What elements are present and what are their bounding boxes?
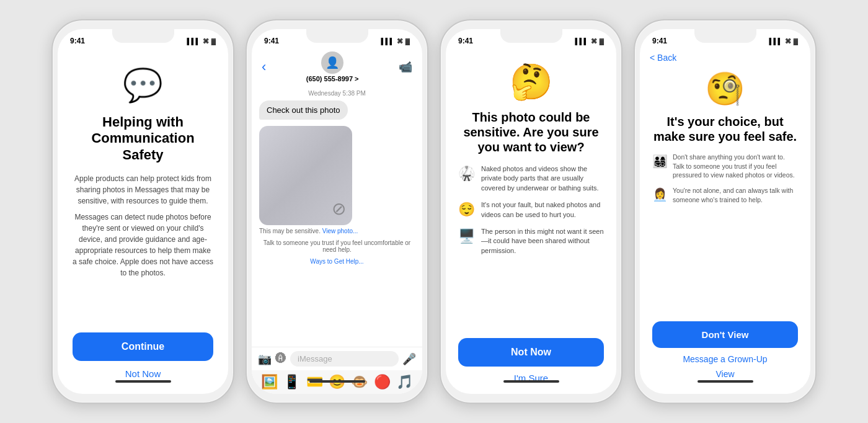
fault-icon: 😌 (458, 202, 475, 218)
phone-1-screen: 9:41 ▌▌▌ ⌘ ▓ 💬 Helping with Communicatio… (58, 29, 228, 394)
back-button-2[interactable]: ‹ (262, 59, 266, 75)
phones-container: 9:41 ▌▌▌ ⌘ ▓ 💬 Helping with Communicatio… (39, 7, 829, 416)
wifi-icon: ⌘ (203, 38, 209, 45)
message-date: Wednesday 5:38 PM (252, 90, 422, 97)
audio-icon[interactable]: 🎤 (402, 352, 416, 366)
phone4-content: 🧐 It's your choice, but make sure you fe… (640, 65, 810, 394)
phone3-item-3: 🖥️ The person in this might not want it … (458, 227, 604, 256)
phone3-item-text-3: The person in this might not want it see… (481, 227, 604, 256)
dont-view-button[interactable]: Don't View (652, 321, 798, 348)
notch-3 (500, 29, 562, 43)
status-icons-4: ▌▌▌ ⌘ ▓ (769, 38, 798, 45)
phone1-body1: Apple products can help protect kids fro… (73, 173, 213, 207)
phone1-title: Helping with Communication Safety (73, 114, 213, 163)
mute-button (51, 76, 53, 94)
photos-icon[interactable]: 🖼️ (261, 374, 278, 390)
notch-2 (306, 29, 368, 43)
power-button-3 (621, 89, 622, 129)
volume-down-button-4 (634, 135, 635, 166)
ways-to-help-link[interactable]: Ways to Get Help... (259, 258, 415, 265)
phone1-body2: Messages can detect nude photos before t… (73, 212, 213, 278)
home-indicator-4 (698, 380, 753, 383)
video-call-button[interactable]: 📹 (399, 60, 412, 74)
power-button-2 (427, 89, 428, 129)
phone3-item-2: 😌 It's not your fault, but naked photos … (458, 200, 604, 220)
blurred-photo (259, 126, 352, 225)
volume-down-button-2 (246, 135, 247, 166)
messages-area: Check out this photo This may be sensiti… (252, 100, 422, 347)
continue-button[interactable]: Continue (73, 332, 213, 361)
phone-3: 9:41 ▌▌▌ ⌘ ▓ 🤔 This photo could be sensi… (440, 19, 622, 404)
view-button[interactable]: View (652, 369, 798, 379)
counselor-icon: 👩‍💼 (652, 187, 668, 202)
mute-button-3 (440, 76, 441, 94)
signal-icon-2: ▌▌▌ (381, 38, 394, 45)
notch-4 (694, 29, 756, 43)
status-icons-1: ▌▌▌ ⌘ ▓ (187, 38, 216, 45)
battery-icon-4: ▓ (794, 38, 798, 45)
volume-up-button-2 (246, 101, 247, 132)
contact-avatar: 👤 (321, 51, 343, 74)
phone1-content: 💬 Helping with Communication Safety Appl… (58, 49, 228, 394)
phone3-item-1: 🥋 Naked photos and videos show the priva… (458, 164, 604, 193)
thinking-emoji: 🤔 (510, 61, 553, 102)
input-bar: 📷 🅐 iMessage 🎤 (252, 347, 422, 370)
contact-name: (650) 555-8997 > (306, 75, 359, 82)
power-button (233, 89, 234, 129)
time-4: 9:41 (652, 37, 667, 45)
message-grownup-button[interactable]: Message a Grown-Up (652, 354, 798, 364)
phone3-content: 🤔 This photo could be sensitive. Are you… (446, 49, 616, 394)
phone3-buttons: Not Now I'm Sure (458, 338, 604, 384)
time-3: 9:41 (458, 37, 473, 45)
underwear-icon: 🥋 (458, 166, 475, 182)
power-button-4 (815, 89, 817, 129)
mute-button-4 (634, 76, 635, 94)
phone-2-screen: 9:41 ▌▌▌ ⌘ ▓ ‹ 👤 (650) 555-8997 > 📹 Wedn… (252, 29, 422, 394)
input-placeholder: iMessage (298, 354, 332, 363)
signal-icon-3: ▌▌▌ (575, 38, 588, 45)
phone3-title: This photo could be sensitive. Are you s… (458, 110, 604, 154)
phone4-items: 👨‍👩‍👧‍👦 Don't share anything you don't w… (652, 153, 798, 210)
volume-down-button (51, 135, 53, 166)
volume-up-button-3 (440, 101, 441, 132)
shazam-icon[interactable]: 🔴 (374, 374, 391, 390)
phone4-item-text-2: You're not alone, and can always talk wi… (673, 186, 798, 204)
home-indicator-1 (115, 380, 171, 383)
phone4-item-2: 👩‍💼 You're not alone, and can always tal… (652, 186, 798, 204)
monocle-emoji: 🧐 (705, 70, 745, 108)
phone4-title: It's your choice, but make sure you feel… (652, 114, 798, 144)
message-bubble: Check out this photo (259, 100, 348, 120)
signal-icon-4: ▌▌▌ (769, 38, 782, 45)
wifi-icon-2: ⌘ (397, 38, 403, 45)
back-button-4[interactable]: < Back (650, 53, 676, 63)
phone4-buttons: Don't View Message a Grown-Up View (652, 321, 798, 384)
not-now-button-1[interactable]: Not Now (73, 368, 213, 379)
sensitive-note: This may be sensitive. View photo... (259, 228, 415, 234)
time-2: 9:41 (264, 37, 279, 45)
not-now-button-3[interactable]: Not Now (458, 338, 604, 367)
view-photo-link[interactable]: View photo... (322, 228, 358, 234)
permission-icon: 🖥️ (458, 228, 475, 244)
phone-3-screen: 9:41 ▌▌▌ ⌘ ▓ 🤔 This photo could be sensi… (446, 29, 616, 394)
camera-icon[interactable]: 📷 (258, 352, 272, 366)
signal-icon: ▌▌▌ (187, 38, 200, 45)
family-icon: 👨‍👩‍👧‍👦 (652, 154, 668, 169)
phone4-item-text-1: Don't share anything you don't want to. … (673, 153, 798, 180)
phone-4: 9:41 ▌▌▌ ⌘ ▓ < Back 🧐 It's your choice, … (634, 19, 817, 404)
app-store-icon[interactable]: 🅐 (275, 352, 286, 365)
music-icon[interactable]: 🎵 (396, 374, 413, 390)
wifi-icon-4: ⌘ (785, 38, 791, 45)
home-indicator-3 (503, 380, 559, 383)
contact-info: 👤 (650) 555-8997 > (306, 51, 359, 82)
notch (112, 29, 174, 43)
phone-1: 9:41 ▌▌▌ ⌘ ▓ 💬 Helping with Communicatio… (51, 19, 234, 404)
volume-down-button-3 (440, 135, 441, 166)
apps-icon[interactable]: 📱 (283, 374, 300, 390)
phone3-items: 🥋 Naked photos and videos show the priva… (458, 164, 604, 263)
phone3-item-text-2: It's not your fault, but naked photos an… (481, 200, 604, 220)
help-text: Talk to someone you trust if you feel un… (259, 239, 415, 253)
phone-2: 9:41 ▌▌▌ ⌘ ▓ ‹ 👤 (650) 555-8997 > 📹 Wedn… (246, 19, 428, 404)
battery-icon: ▓ (211, 38, 216, 45)
time-1: 9:41 (70, 37, 85, 45)
imessage-input[interactable]: iMessage (290, 351, 399, 367)
